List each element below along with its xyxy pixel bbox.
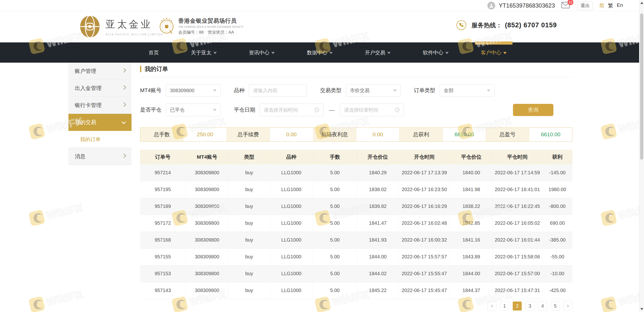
service-hotline: 服务热线： (852) 6707 0159: [456, 20, 557, 30]
sidebar: 账户管理 出入金管理 银行卡管理 我的交易 我的订单 消息: [68, 63, 132, 165]
total-swap-label: 总隔夜利息: [313, 128, 356, 141]
nav-item-customer-center[interactable]: 客户中心: [476, 43, 511, 63]
nav-item-software-center[interactable]: 软件中心: [418, 43, 453, 63]
lang-simplified[interactable]: 简: [599, 2, 604, 9]
clock-icon: [395, 108, 400, 112]
table-row: 957214308309800buyLLG10005.001840.292022…: [140, 164, 572, 181]
wikifx-eagle-icon: [600, 209, 618, 227]
message-count-badge: 12: [568, 0, 573, 5]
wikifx-eagle-icon: [28, 295, 46, 312]
wikifx-watermark: WikiFX: [600, 287, 644, 312]
sidebar-item-account-management[interactable]: 账户管理: [68, 63, 132, 80]
table-row: 957168308309800buyLLG10005.001841.932022…: [140, 232, 572, 248]
nav-item-news[interactable]: 资讯中心: [244, 43, 279, 63]
date-range-separator: —: [329, 107, 335, 113]
profit-cell: -10.00: [542, 265, 572, 282]
date-end-input[interactable]: 请选择结束时间: [340, 104, 404, 116]
sidebar-item-my-trades[interactable]: 我的交易: [68, 114, 132, 131]
sidebar-item-deposit-withdrawal[interactable]: 出入金管理: [68, 80, 132, 97]
trade-type-label: 交易类型: [320, 87, 342, 94]
order-type-select[interactable]: 全部: [440, 84, 494, 97]
col-open-time: 开仓时间: [398, 150, 450, 164]
lang-english[interactable]: En: [617, 2, 623, 9]
cgse-member-info: 会员编号：88 营业状况：AA: [178, 30, 244, 35]
page-button-1[interactable]: 1: [500, 301, 509, 310]
mt4-account-select[interactable]: 308309800: [166, 84, 221, 97]
sidebar-item-messages[interactable]: 消息: [68, 148, 132, 165]
wikifx-watermark: WikiFX: [28, 200, 84, 227]
cgse-seal: 香港金银业贸易场行员 THE CHINESE GOLD & SILVER EXC…: [159, 17, 244, 35]
page-button-4[interactable]: 4: [538, 301, 547, 310]
logout-button[interactable]: 退出: [577, 1, 593, 10]
table-row: 957189308309800buyLLG10005.001839.822022…: [140, 198, 572, 215]
vertical-scrollbar[interactable]: [639, 0, 644, 312]
brand-logo: 亚太金业 ASIA PACIFIC BULLION LIMITED: [80, 15, 163, 38]
total-swap-value: 0.00: [356, 128, 400, 141]
cgse-seal-icon: [159, 17, 174, 35]
title-accent-bar: [140, 66, 141, 72]
chevron-down-icon: [487, 90, 490, 92]
table-row: 957172308309800buyLLG10005.001841.472022…: [140, 215, 572, 232]
profit-cell: -385.00: [542, 232, 572, 248]
profit-cell: 690.00: [542, 215, 572, 232]
chevron-down-icon: [271, 52, 275, 54]
page-button-3[interactable]: 3: [526, 301, 534, 310]
messages-button[interactable]: 12: [561, 2, 571, 10]
symbol-label: 品种: [234, 87, 244, 94]
col-type: 类型: [228, 150, 270, 164]
title-divider: [140, 77, 572, 77]
nav-item-data-center[interactable]: 数据中心: [302, 43, 337, 63]
brand-subtitle: ASIA PACIFIC BULLION LIMITED: [106, 33, 163, 36]
symbol-input[interactable]: 请输入内容: [249, 84, 307, 97]
nav-item-home[interactable]: 首页: [144, 43, 163, 63]
cgse-title: 香港金银业贸易场行员: [178, 17, 244, 25]
table-row: 957155308309800buyLLG10005.001844.002022…: [140, 248, 572, 265]
chevron-right-icon: [123, 153, 126, 160]
header-divider: [148, 17, 148, 36]
profit-cell: 1980.00: [542, 181, 572, 198]
col-close-time: 平仓时间: [492, 150, 542, 164]
search-button[interactable]: 查询: [513, 104, 554, 116]
next-page-button[interactable]: ›: [564, 301, 572, 310]
chevron-right-icon: [123, 85, 126, 91]
filter-row-2: 是否平仓 已平仓 平仓日期 请选择开始时间 — 请选择结束时间 查询: [140, 104, 572, 116]
total-profit-value: 6610.00: [443, 128, 486, 141]
nav-item-open-account[interactable]: 开户交易: [360, 43, 395, 63]
order-type-label: 订单类型: [414, 87, 435, 94]
scroll-down-icon[interactable]: [640, 308, 643, 310]
scrollbar-thumb[interactable]: [640, 14, 643, 160]
scroll-up-icon[interactable]: [640, 2, 643, 4]
trade-type-select[interactable]: 市价交易: [346, 84, 401, 97]
filter-row-1: MT4账号 308309800 品种 请输入内容 交易类型 市价交易 订单类型 …: [140, 84, 572, 97]
brand-name: 亚太金业: [106, 18, 163, 31]
wikifx-watermark: WikiFX: [600, 114, 644, 141]
page-button-5[interactable]: 5: [551, 301, 560, 310]
table-row: 957143308309800buyLLG10005.001845.222022…: [140, 282, 572, 299]
total-commission-label: 总手续费: [227, 128, 270, 141]
username: YT165397868303623: [498, 2, 555, 9]
pagination: ‹ 1 2 3 4 5 ›: [140, 301, 572, 310]
date-start-input[interactable]: 请选择开始时间: [260, 104, 324, 116]
page-button-2-active[interactable]: 2: [513, 301, 522, 310]
prev-page-button[interactable]: ‹: [488, 301, 496, 310]
phone-icon: [456, 20, 466, 30]
wikifx-watermark: WikiFX: [28, 287, 84, 312]
nav-item-about[interactable]: 关于亚太: [186, 43, 221, 63]
chevron-down-icon: [445, 52, 449, 54]
orders-table: 订单号 MT4账号 类型 品种 手数 开仓价位 开仓时间 平仓价位 平仓时间 获…: [140, 150, 572, 299]
wikifx-eagle-icon: [600, 295, 618, 312]
site-header: 亚太金业 ASIA PACIFIC BULLION LIMITED 香港金银业贸…: [0, 12, 644, 43]
sidebar-subitem-my-orders[interactable]: 我的订单: [68, 131, 132, 148]
total-profit-label: 总获利: [400, 128, 442, 141]
chevron-down-icon: [213, 109, 216, 111]
total-lots-label: 总手数: [140, 128, 184, 141]
closed-status-select[interactable]: 已平仓: [166, 104, 221, 116]
chevron-down-icon: [387, 52, 391, 54]
table-header-row: 订单号 MT4账号 类型 品种 手数 开仓价位 开仓时间 平仓价位 平仓时间 获…: [140, 150, 572, 164]
total-commission-value: 0.00: [270, 128, 313, 141]
wikifx-eagle-icon: [28, 122, 46, 140]
total-pnl-label: 总盈亏: [486, 128, 529, 141]
total-lots-value: 250.00: [184, 128, 226, 141]
sidebar-item-bank-card[interactable]: 银行卡管理: [68, 97, 132, 114]
lang-traditional[interactable]: 繁: [608, 2, 613, 9]
